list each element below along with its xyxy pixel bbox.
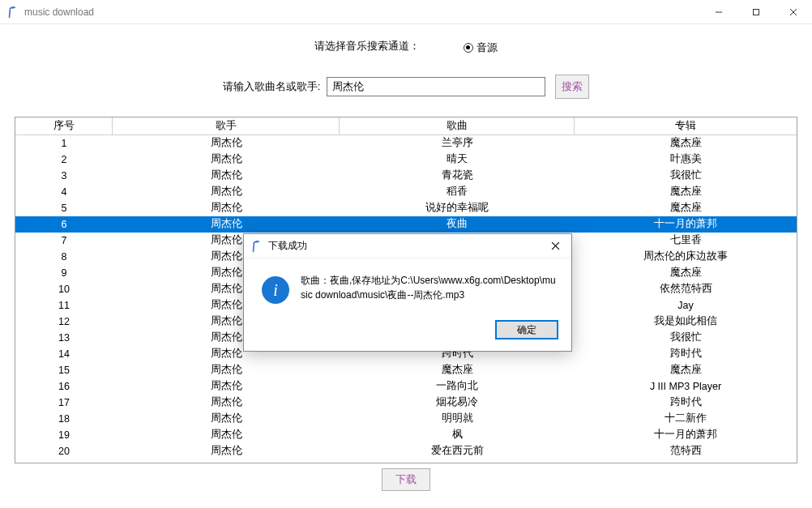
minimize-button[interactable] [700, 0, 737, 23]
cell-album: 我很忙 [575, 168, 797, 184]
col-header-index[interactable]: 序号 [15, 117, 113, 135]
radio-icon [464, 43, 473, 53]
table-row[interactable]: 6周杰伦夜曲十一月的萧邦 [15, 216, 797, 233]
table-row[interactable]: 5周杰伦说好的幸福呢魔杰座 [15, 200, 797, 216]
cell-idx: 6 [15, 216, 113, 233]
table-row[interactable]: 4周杰伦稻香魔杰座 [15, 184, 797, 200]
info-icon: i [262, 276, 289, 304]
cell-idx: 2 [15, 152, 113, 168]
cell-idx: 8 [15, 249, 113, 265]
cell-album: 周杰伦的床边故事 [575, 249, 797, 265]
source-radio-option[interactable]: 音源 [464, 41, 498, 55]
cell-song: 枫 [340, 427, 575, 443]
cell-album: 魔杰座 [575, 362, 797, 378]
search-button[interactable]: 搜索 [555, 75, 589, 99]
cell-album: 魔杰座 [575, 200, 797, 216]
table-row[interactable]: 3周杰伦青花瓷我很忙 [15, 168, 797, 184]
source-label: 请选择音乐搜索通道： [314, 40, 420, 52]
cell-idx: 10 [15, 281, 113, 297]
cell-album: 十一月的萧邦 [575, 427, 797, 443]
table-row[interactable]: 20周杰伦爱在西元前范特西 [15, 443, 797, 459]
window-controls [700, 0, 812, 23]
cell-idx: 11 [15, 297, 113, 314]
cell-idx: 16 [15, 378, 113, 395]
cell-idx: 4 [15, 184, 113, 200]
close-button[interactable] [775, 0, 812, 23]
source-selector-row: 请选择音乐搜索通道： 音源 [15, 39, 797, 55]
col-header-song[interactable]: 歌曲 [340, 117, 575, 135]
cell-singer: 周杰伦 [113, 427, 340, 443]
cell-singer: 周杰伦 [113, 411, 340, 427]
cell-song: 夜曲 [340, 216, 575, 233]
cell-album: 魔杰座 [575, 184, 797, 200]
col-header-singer[interactable]: 歌手 [113, 117, 340, 135]
table-row[interactable]: 16周杰伦一路向北J III MP3 Player [15, 378, 797, 395]
cell-singer: 周杰伦 [113, 135, 340, 152]
source-option-label: 音源 [477, 41, 498, 55]
cell-singer: 周杰伦 [113, 152, 340, 168]
cell-song: 烟花易冷 [340, 395, 575, 411]
table-row[interactable]: 15周杰伦魔杰座魔杰座 [15, 362, 797, 378]
cell-song: 兰亭序 [340, 135, 575, 152]
cell-song: 魔杰座 [340, 362, 575, 378]
success-dialog: 下载成功 i 歌曲：夜曲,保存地址为C:\Users\www.x6g.com\D… [243, 233, 572, 352]
cell-song: 明明就 [340, 411, 575, 427]
search-label: 请输入歌曲名或歌手: [223, 79, 321, 94]
table-row[interactable]: 18周杰伦明明就十二新作 [15, 411, 797, 427]
dialog-titlebar: 下载成功 [244, 234, 571, 258]
dialog-app-icon [250, 240, 263, 253]
cell-singer: 周杰伦 [113, 443, 340, 459]
table-row[interactable]: 1周杰伦兰亭序魔杰座 [15, 135, 797, 152]
cell-idx: 9 [15, 265, 113, 281]
cell-album: 跨时代 [575, 395, 797, 411]
download-button[interactable]: 下载 [382, 468, 430, 491]
table-row[interactable]: 19周杰伦枫十一月的萧邦 [15, 427, 797, 443]
cell-album: 依然范特西 [575, 281, 797, 297]
table-row[interactable]: 2周杰伦晴天叶惠美 [15, 152, 797, 168]
cell-album: 范特西 [575, 443, 797, 459]
cell-album: 十二新作 [575, 411, 797, 427]
cell-album: 叶惠美 [575, 152, 797, 168]
dialog-close-button[interactable] [539, 234, 571, 258]
cell-singer: 周杰伦 [113, 184, 340, 200]
cell-singer: 周杰伦 [113, 378, 340, 395]
svg-point-5 [252, 250, 254, 252]
cell-album: 魔杰座 [575, 135, 797, 152]
cell-singer: 周杰伦 [113, 395, 340, 411]
cell-album: 我很忙 [575, 330, 797, 346]
cell-album: 七里香 [575, 233, 797, 249]
svg-rect-2 [754, 9, 759, 15]
cell-idx: 19 [15, 427, 113, 443]
table-header: 序号 歌手 歌曲 专辑 [15, 117, 797, 135]
dialog-ok-button[interactable]: 确定 [495, 320, 558, 339]
cell-singer: 周杰伦 [113, 216, 340, 233]
cell-idx: 15 [15, 362, 113, 378]
cell-idx: 7 [15, 233, 113, 249]
cell-album: 魔杰座 [575, 265, 797, 281]
cell-idx: 17 [15, 395, 113, 411]
dialog-title: 下载成功 [268, 239, 307, 253]
cell-song: 爱在西元前 [340, 443, 575, 459]
window-titlebar: music download [0, 0, 812, 24]
search-input[interactable] [327, 77, 545, 96]
cell-singer: 周杰伦 [113, 168, 340, 184]
cell-idx: 18 [15, 411, 113, 427]
maximize-button[interactable] [737, 0, 775, 23]
cell-idx: 20 [15, 443, 113, 459]
cell-album: 跨时代 [575, 346, 797, 362]
cell-idx: 14 [15, 346, 113, 362]
search-row: 请输入歌曲名或歌手: 搜索 [15, 75, 797, 99]
col-header-album[interactable]: 专辑 [575, 117, 797, 135]
cell-idx: 1 [15, 135, 113, 152]
svg-point-0 [8, 16, 10, 18]
window-title: music download [24, 6, 94, 18]
cell-singer: 周杰伦 [113, 362, 340, 378]
cell-idx: 3 [15, 168, 113, 184]
table-row[interactable]: 17周杰伦烟花易冷跨时代 [15, 395, 797, 411]
cell-song: 说好的幸福呢 [340, 200, 575, 216]
cell-song: 稻香 [340, 184, 575, 200]
dialog-message: 歌曲：夜曲,保存地址为C:\Users\www.x6g.com\Desktop\… [301, 273, 557, 304]
cell-album: J III MP3 Player [575, 378, 797, 395]
cell-album: 我是如此相信 [575, 314, 797, 330]
cell-idx: 13 [15, 330, 113, 346]
